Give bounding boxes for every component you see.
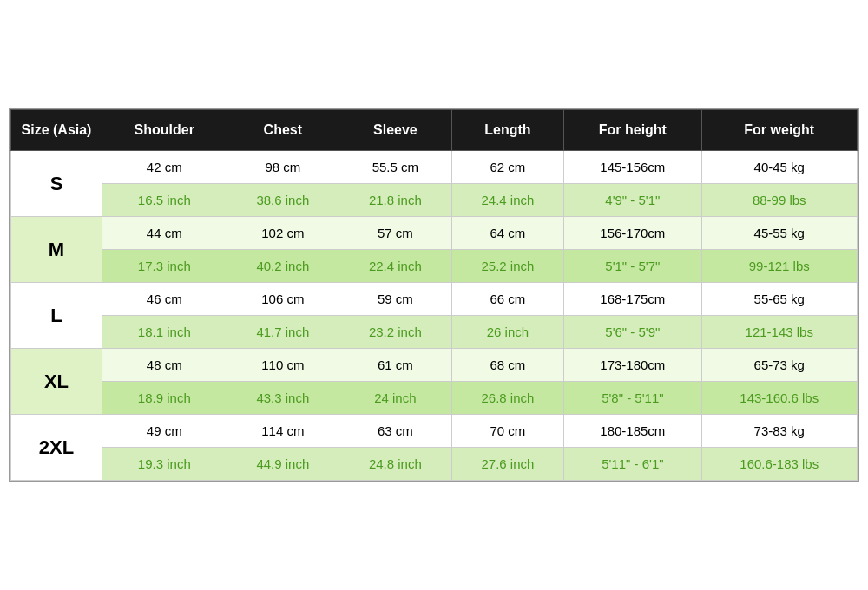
cell-cm-m-col1: 102 cm: [227, 217, 339, 250]
size-row-inch-s: 16.5 inch38.6 inch21.8 inch24.4 inch4'9"…: [11, 184, 858, 217]
cell-cm-2xl-col4: 180-185cm: [564, 415, 701, 448]
cell-inch-m-col0: 17.3 inch: [102, 250, 227, 283]
table-header-row: Size (Asia)ShoulderChestSleeveLengthFor …: [11, 110, 858, 151]
cell-inch-l-col2: 23.2 inch: [339, 316, 452, 349]
cell-cm-l-col3: 66 cm: [451, 283, 564, 316]
size-label-xl: XL: [11, 349, 102, 415]
header-col-chest: Chest: [227, 110, 339, 151]
cell-cm-s-col1: 98 cm: [227, 151, 339, 184]
size-row-cm-xl: XL48 cm110 cm61 cm68 cm173-180cm65-73 kg: [11, 349, 858, 382]
size-label-l: L: [11, 283, 102, 349]
size-row-cm-m: M44 cm102 cm57 cm64 cm156-170cm45-55 kg: [11, 217, 858, 250]
cell-inch-s-col5: 88-99 lbs: [701, 184, 857, 217]
cell-cm-m-col4: 156-170cm: [564, 217, 701, 250]
cell-cm-xl-col5: 65-73 kg: [701, 349, 857, 382]
cell-inch-l-col0: 18.1 inch: [102, 316, 227, 349]
cell-cm-xl-col0: 48 cm: [102, 349, 227, 382]
cell-cm-l-col2: 59 cm: [339, 283, 452, 316]
header-col-for-weight: For weight: [701, 110, 857, 151]
cell-cm-s-col0: 42 cm: [102, 151, 227, 184]
cell-inch-xl-col5: 143-160.6 lbs: [701, 382, 857, 415]
cell-inch-s-col1: 38.6 inch: [227, 184, 339, 217]
cell-cm-m-col0: 44 cm: [102, 217, 227, 250]
table-body: S42 cm98 cm55.5 cm62 cm145-156cm40-45 kg…: [11, 151, 858, 481]
cell-cm-s-col3: 62 cm: [451, 151, 564, 184]
header-col-shoulder: Shoulder: [102, 110, 227, 151]
cell-cm-l-col4: 168-175cm: [564, 283, 701, 316]
cell-inch-s-col3: 24.4 inch: [451, 184, 564, 217]
cell-cm-2xl-col1: 114 cm: [227, 415, 339, 448]
header-col-size-asia: Size (Asia): [11, 110, 102, 151]
cell-inch-s-col4: 4'9" - 5'1": [564, 184, 701, 217]
cell-inch-2xl-col2: 24.8 inch: [339, 448, 452, 481]
cell-cm-2xl-col0: 49 cm: [102, 415, 227, 448]
cell-inch-2xl-col0: 19.3 inch: [102, 448, 227, 481]
cell-cm-m-col5: 45-55 kg: [701, 217, 857, 250]
cell-inch-xl-col1: 43.3 inch: [227, 382, 339, 415]
cell-inch-m-col2: 22.4 inch: [339, 250, 452, 283]
size-row-inch-xl: 18.9 inch43.3 inch24 inch26.8 inch5'8" -…: [11, 382, 858, 415]
cell-inch-xl-col0: 18.9 inch: [102, 382, 227, 415]
cell-cm-2xl-col2: 63 cm: [339, 415, 452, 448]
cell-inch-2xl-col1: 44.9 inch: [227, 448, 339, 481]
header-col-for-height: For height: [564, 110, 701, 151]
cell-inch-s-col2: 21.8 inch: [339, 184, 452, 217]
size-label-s: S: [11, 151, 102, 217]
cell-cm-2xl-col3: 70 cm: [451, 415, 564, 448]
cell-cm-s-col5: 40-45 kg: [701, 151, 857, 184]
cell-inch-xl-col2: 24 inch: [339, 382, 452, 415]
cell-inch-xl-col3: 26.8 inch: [451, 382, 564, 415]
cell-inch-m-col4: 5'1" - 5'7": [564, 250, 701, 283]
cell-cm-xl-col1: 110 cm: [227, 349, 339, 382]
size-row-cm-l: L46 cm106 cm59 cm66 cm168-175cm55-65 kg: [11, 283, 858, 316]
cell-cm-xl-col2: 61 cm: [339, 349, 452, 382]
size-row-inch-2xl: 19.3 inch44.9 inch24.8 inch27.6 inch5'11…: [11, 448, 858, 481]
cell-inch-l-col4: 5'6" - 5'9": [564, 316, 701, 349]
size-row-inch-l: 18.1 inch41.7 inch23.2 inch26 inch5'6" -…: [11, 316, 858, 349]
cell-cm-2xl-col5: 73-83 kg: [701, 415, 857, 448]
size-label-m: M: [11, 217, 102, 283]
cell-cm-l-col0: 46 cm: [102, 283, 227, 316]
size-row-cm-2xl: 2XL49 cm114 cm63 cm70 cm180-185cm73-83 k…: [11, 415, 858, 448]
cell-inch-2xl-col3: 27.6 inch: [451, 448, 564, 481]
size-row-inch-m: 17.3 inch40.2 inch22.4 inch25.2 inch5'1"…: [11, 250, 858, 283]
cell-inch-l-col5: 121-143 lbs: [701, 316, 857, 349]
cell-inch-l-col3: 26 inch: [451, 316, 564, 349]
size-label-2xl: 2XL: [11, 415, 102, 481]
cell-inch-s-col0: 16.5 inch: [102, 184, 227, 217]
cell-inch-m-col3: 25.2 inch: [451, 250, 564, 283]
cell-inch-l-col1: 41.7 inch: [227, 316, 339, 349]
cell-inch-2xl-col4: 5'11" - 6'1": [564, 448, 701, 481]
header-col-length: Length: [451, 110, 564, 151]
header-col-sleeve: Sleeve: [339, 110, 452, 151]
size-row-cm-s: S42 cm98 cm55.5 cm62 cm145-156cm40-45 kg: [11, 151, 858, 184]
cell-cm-xl-col3: 68 cm: [451, 349, 564, 382]
cell-cm-m-col3: 64 cm: [451, 217, 564, 250]
cell-cm-s-col2: 55.5 cm: [339, 151, 452, 184]
cell-inch-xl-col4: 5'8" - 5'11": [564, 382, 701, 415]
size-chart-wrapper: Size (Asia)ShoulderChestSleeveLengthFor …: [9, 108, 859, 482]
cell-cm-l-col5: 55-65 kg: [701, 283, 857, 316]
size-chart-table: Size (Asia)ShoulderChestSleeveLengthFor …: [10, 109, 858, 481]
cell-cm-s-col4: 145-156cm: [564, 151, 701, 184]
cell-cm-m-col2: 57 cm: [339, 217, 452, 250]
cell-cm-l-col1: 106 cm: [227, 283, 339, 316]
cell-inch-m-col5: 99-121 lbs: [701, 250, 857, 283]
cell-cm-xl-col4: 173-180cm: [564, 349, 701, 382]
cell-inch-2xl-col5: 160.6-183 lbs: [701, 448, 857, 481]
cell-inch-m-col1: 40.2 inch: [227, 250, 339, 283]
